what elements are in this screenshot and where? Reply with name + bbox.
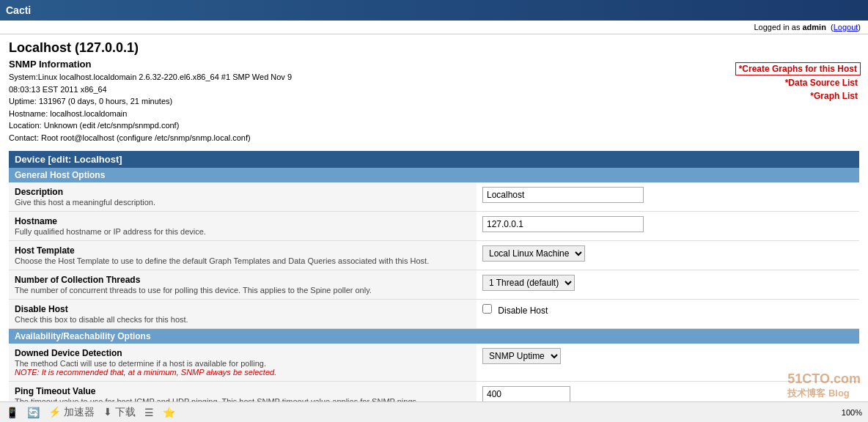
bottom-icon-phone: 📱: [6, 407, 18, 418]
general-options-table: Description Give this host a meaningful …: [9, 182, 859, 329]
snmp-line-4: Hostname: localhost.localdomain: [9, 108, 859, 120]
description-desc: Give this host a meaningful description.: [15, 198, 471, 207]
hostname-label: Hostname: [15, 216, 471, 226]
bottom-icon-accelerate[interactable]: ⚡ 加速器: [48, 406, 95, 419]
snmp-line-5: Location: Unknown (edit /etc/snmp/snmpd.…: [9, 119, 859, 132]
bottom-icon-refresh[interactable]: 🔄: [27, 407, 40, 418]
host-template-desc: Choose the Host Template to use to defin…: [15, 256, 471, 265]
snmp-line-2: 08:03:13 EST 2011 x86_64: [9, 84, 859, 96]
data-source-list-link[interactable]: *Data Source List: [735, 77, 861, 89]
disable-host-row: Disable Host Check this box to disable a…: [9, 300, 859, 329]
description-input[interactable]: [482, 187, 644, 203]
ping-timeout-label: Ping Timeout Value: [15, 386, 471, 396]
bottom-icon-menu[interactable]: ☰: [144, 407, 154, 418]
snmp-info: System:Linux localhost.localdomain 2.6.3…: [9, 71, 859, 144]
host-template-row: Host Template Choose the Host Template t…: [9, 241, 859, 270]
username-text: admin: [802, 23, 825, 32]
ping-timeout-input[interactable]: [482, 386, 570, 402]
bottom-icon-star[interactable]: ⭐: [163, 407, 175, 418]
login-bar: Logged in as admin (Logout): [0, 21, 868, 34]
host-template-label: Host Template: [15, 245, 471, 256]
availability-options-header: Availability/Reachability Options: [9, 329, 859, 344]
graph-list-link[interactable]: *Graph List: [735, 90, 861, 102]
logged-in-text: Logged in as: [754, 23, 802, 32]
host-template-select[interactable]: Local Linux Machine Other: [482, 245, 585, 262]
disable-host-checkbox[interactable]: [482, 304, 492, 314]
zoom-level: 100%: [842, 408, 862, 417]
disable-host-desc: Check this box to disable all checks for…: [15, 315, 471, 324]
disable-host-label: Disable Host: [15, 304, 471, 314]
bottom-bar: 📱 🔄 ⚡ 加速器 ⬇ 下载 ☰ ⭐ 100%: [0, 401, 868, 422]
top-bar: Cacti: [0, 0, 868, 21]
app-logo: Cacti: [6, 4, 31, 16]
snmp-line-6: Contact: Root root@localhost (configure …: [9, 132, 859, 144]
snmp-line-1: System:Linux localhost.localdomain 2.6.3…: [9, 71, 859, 84]
logout-link[interactable]: Logout: [834, 23, 858, 32]
page-title: Localhost (127.0.0.1): [9, 40, 859, 56]
device-section-header: Device [edit: Localhost]: [9, 151, 859, 168]
snmp-line-3: Uptime: 131967 (0 days, 0 hours, 21 minu…: [9, 95, 859, 108]
collection-threads-row: Number of Collection Threads The number …: [9, 270, 859, 300]
downed-device-desc: The method Cacti will use to determine i…: [15, 359, 471, 368]
general-options-header: General Host Options: [9, 168, 859, 182]
downed-device-row: Downed Device Detection The method Cacti…: [9, 344, 859, 382]
collection-threads-desc: The number of concurrent threads to use …: [15, 286, 471, 295]
downed-device-label: Downed Device Detection: [15, 348, 471, 358]
hostname-input[interactable]: [482, 216, 644, 232]
downed-device-select[interactable]: SNMP Uptime ICMP None: [482, 348, 561, 364]
description-row: Description Give this host a meaningful …: [9, 182, 859, 212]
collection-threads-select[interactable]: 1 Thread (default) 2 Threads 4 Threads: [482, 275, 575, 291]
disable-host-checkbox-label: Disable Host: [498, 306, 548, 316]
create-graphs-link[interactable]: *Create Graphs for this Host: [735, 62, 861, 75]
hostname-desc: Fully qualified hostname or IP address f…: [15, 227, 471, 236]
right-actions: *Create Graphs for this Host *Data Sourc…: [735, 62, 861, 103]
bottom-icon-download[interactable]: ⬇ 下载: [103, 406, 136, 419]
hostname-row: Hostname Fully qualified hostname or IP …: [9, 212, 859, 241]
downed-device-note: NOTE: It is recommended that, at a minim…: [15, 368, 471, 377]
snmp-heading: SNMP Information: [9, 59, 859, 70]
collection-threads-label: Number of Collection Threads: [15, 275, 471, 285]
description-label: Description: [15, 187, 471, 197]
